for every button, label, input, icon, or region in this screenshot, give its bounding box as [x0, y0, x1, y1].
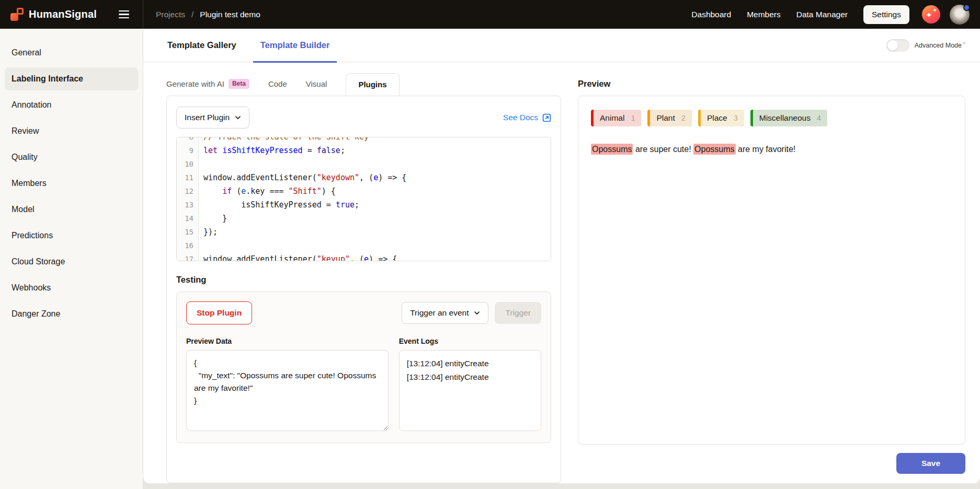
hamburger-menu-icon[interactable]	[117, 8, 131, 21]
nav-link-data-manager[interactable]: Data Manager	[796, 10, 848, 19]
chip-label: Place	[707, 113, 727, 123]
breadcrumb-projects-link[interactable]: Projects	[156, 10, 185, 19]
sparkle-small-icon: ✦	[933, 8, 937, 13]
user-avatar[interactable]	[950, 5, 970, 25]
testing-heading: Testing	[176, 275, 551, 285]
line-number: 16	[177, 239, 199, 252]
subtab-generate-with-ai[interactable]: Generate with AIBeta	[166, 79, 249, 89]
advanced-mode-label: Advanced Mode	[915, 42, 965, 49]
chip-label: Miscellaneous	[759, 113, 811, 123]
advanced-mode-toggle[interactable]	[886, 39, 909, 52]
sidebar-item-labeling-interface[interactable]: Labeling Interface	[5, 67, 138, 90]
ai-assistant-button[interactable]: ✦ ✦	[922, 5, 940, 24]
event-log-entry: [13:12:04] entityCreate	[407, 357, 533, 370]
code-line: 11window.addEventListener("keydown", (e)…	[177, 171, 551, 184]
line-number: 8	[177, 137, 199, 144]
topbar-brand-area: HumanSignal	[0, 0, 143, 29]
sidebar-item-danger-zone[interactable]: Danger Zone	[5, 302, 138, 325]
subtab-label: Generate with AI	[166, 79, 224, 88]
chip-hotkey: 4	[817, 114, 821, 122]
label-chip-plant[interactable]: Plant2	[647, 110, 691, 126]
beta-badge: Beta	[229, 79, 249, 89]
testing-panel: Stop Plugin Trigger an event Trigger	[176, 292, 551, 443]
code-text: let isShiftKeyPressed = false;	[199, 144, 345, 157]
code-line: 9let isShiftKeyPressed = false;	[177, 144, 551, 157]
chip-color-bar	[591, 110, 594, 126]
code-line: 16	[177, 239, 551, 252]
sidebar-item-cloud-storage[interactable]: Cloud Storage	[5, 250, 138, 273]
label-chips-row: Animal1Plant2Place3Miscellaneous4	[591, 110, 952, 126]
settings-sidebar: GeneralLabeling InterfaceAnnotationRevie…	[0, 29, 143, 489]
chip-label: Plant	[656, 113, 675, 123]
line-number: 15	[177, 225, 199, 239]
save-button[interactable]: Save	[896, 453, 965, 474]
event-logs-box: [13:12:04] entityCreate[13:12:04] entity…	[399, 350, 541, 431]
line-number: 14	[177, 212, 199, 225]
plugin-code-editor[interactable]: 8// Track the state of the Shift key9let…	[176, 137, 551, 261]
subtab-code[interactable]: Code	[268, 79, 287, 88]
tab-template-gallery[interactable]: Template Gallery	[166, 29, 237, 62]
subtab-label: Code	[268, 79, 287, 88]
annotation-region[interactable]: Opossums	[591, 144, 633, 155]
nav-link-settings[interactable]: Settings	[863, 5, 909, 24]
preview-heading: Preview	[578, 72, 965, 96]
nav-link-members[interactable]: Members	[747, 10, 781, 19]
trigger-button[interactable]: Trigger	[495, 302, 541, 324]
sidebar-item-annotation[interactable]: Annotation	[5, 94, 138, 117]
label-chip-miscellaneous[interactable]: Miscellaneous4	[750, 110, 827, 126]
advanced-mode-wrap: Advanced Mode	[886, 39, 965, 52]
subtab-label: Plugins	[358, 80, 386, 89]
line-number: 12	[177, 184, 199, 198]
see-docs-link[interactable]: See Docs	[503, 113, 551, 122]
line-number: 9	[177, 144, 199, 157]
trigger-event-select[interactable]: Trigger an event	[402, 302, 488, 324]
preview-data-textarea[interactable]: { "my_text": "Opossums are super cute! O…	[186, 350, 389, 431]
code-text: window.addEventListener("keyup", (e) => …	[199, 252, 397, 261]
breadcrumb-current-page: Plugin test demo	[200, 10, 260, 19]
nav-link-dashboard[interactable]: Dashboard	[691, 10, 731, 19]
label-chip-place[interactable]: Place3	[698, 110, 744, 126]
brand-logo[interactable]: HumanSignal	[10, 8, 97, 21]
label-chip-animal[interactable]: Animal1	[591, 110, 641, 126]
code-text: });	[199, 225, 218, 239]
chip-color-bar	[750, 110, 753, 126]
top-bar: HumanSignal Projects / Plugin test demo …	[0, 0, 980, 29]
code-text: }	[199, 212, 227, 225]
main-card: Template GalleryTemplate Builder Advance…	[143, 29, 980, 483]
breadcrumb-separator: /	[191, 10, 193, 19]
stop-plugin-button[interactable]: Stop Plugin	[186, 301, 252, 324]
topbar-nav: DashboardMembersData ManagerSettings ✦ ✦	[691, 5, 980, 25]
sidebar-item-webhooks[interactable]: Webhooks	[5, 276, 138, 299]
beta-dot-icon	[963, 42, 965, 44]
chip-label: Animal	[600, 113, 624, 123]
subtab-plugins[interactable]: Plugins	[346, 73, 399, 96]
subtab-visual[interactable]: Visual	[306, 79, 327, 88]
chevron-down-icon	[474, 310, 480, 316]
sidebar-item-members[interactable]: Members	[5, 172, 138, 195]
template-tabs-row: Template GalleryTemplate Builder Advance…	[143, 29, 980, 62]
code-text: if (e.key === "Shift") {	[199, 184, 336, 198]
tab-template-builder[interactable]: Template Builder	[259, 29, 331, 62]
code-text: isShiftKeyPressed = true;	[199, 198, 359, 212]
sidebar-item-review[interactable]: Review	[5, 120, 138, 143]
plain-text: are super cute!	[633, 145, 693, 154]
code-text: window.addEventListener("keydown", (e) =…	[199, 171, 406, 184]
code-line: 14 }	[177, 212, 551, 225]
annotation-region[interactable]: Opossums	[693, 144, 735, 155]
chevron-down-icon	[235, 114, 241, 121]
builder-subtabs: Generate with AIBetaCodeVisualPlugins	[166, 72, 561, 96]
code-line: 10	[177, 157, 551, 171]
code-text	[199, 157, 203, 171]
label-preview-panel: Animal1Plant2Place3Miscellaneous4 Opossu…	[578, 96, 965, 445]
event-logs-label: Event Logs	[399, 337, 541, 345]
sidebar-item-model[interactable]: Model	[5, 198, 138, 221]
plugins-panel: Insert Plugin See Docs	[166, 96, 561, 483]
event-log-entry: [13:12:04] entityCreate	[407, 370, 533, 384]
sidebar-item-quality[interactable]: Quality	[5, 146, 138, 169]
chip-hotkey: 1	[631, 114, 635, 122]
sidebar-item-general[interactable]: General	[5, 41, 138, 64]
brand-name: HumanSignal	[29, 8, 97, 20]
line-number: 13	[177, 198, 199, 212]
sidebar-item-predictions[interactable]: Predictions	[5, 224, 138, 247]
insert-plugin-button[interactable]: Insert Plugin	[176, 107, 249, 129]
